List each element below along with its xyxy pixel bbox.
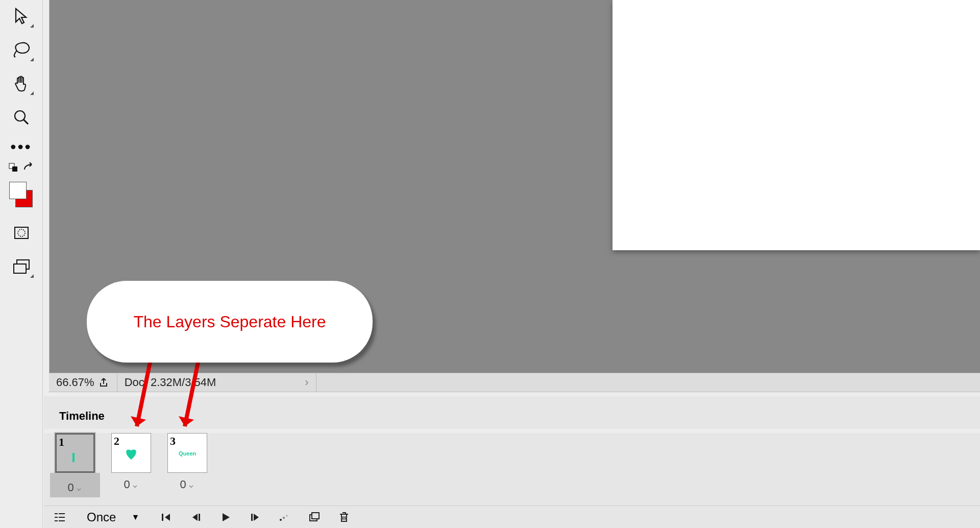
loop-mode-label: Once bbox=[87, 510, 116, 524]
svg-rect-15 bbox=[251, 514, 253, 521]
frame-content-icon bbox=[57, 435, 93, 471]
svg-line-22 bbox=[137, 357, 151, 426]
prev-frame-icon bbox=[190, 512, 202, 523]
lasso-tool[interactable] bbox=[7, 37, 36, 63]
play-icon bbox=[220, 512, 231, 523]
svg-rect-21 bbox=[312, 513, 319, 519]
magnifier-icon bbox=[13, 109, 30, 126]
color-swatches[interactable] bbox=[7, 181, 36, 209]
svg-marker-11 bbox=[165, 514, 170, 521]
list-icon bbox=[54, 512, 66, 523]
svg-point-5 bbox=[18, 229, 25, 236]
timeline-tab[interactable]: Timeline bbox=[51, 406, 113, 426]
artboard[interactable] bbox=[612, 0, 980, 250]
svg-rect-10 bbox=[162, 514, 163, 521]
screen-mode-tool[interactable] bbox=[7, 253, 36, 280]
svg-marker-14 bbox=[223, 513, 230, 521]
frame-duration[interactable]: 0⌄ bbox=[111, 478, 151, 491]
svg-point-17 bbox=[280, 519, 282, 521]
first-frame-button[interactable] bbox=[159, 510, 174, 525]
screen-mode-icon bbox=[13, 259, 30, 274]
zoom-tool[interactable] bbox=[7, 104, 36, 131]
frame-duration[interactable]: 0⌄ bbox=[167, 478, 207, 491]
tween-button[interactable] bbox=[277, 510, 292, 525]
quick-mask-icon bbox=[14, 226, 29, 239]
ellipsis-icon: ••• bbox=[10, 144, 32, 149]
quick-mask-tool[interactable] bbox=[7, 220, 36, 246]
timeline-frame-1[interactable]: 1 0⌄ bbox=[50, 433, 100, 497]
chevron-down-icon: ⌄ bbox=[75, 482, 83, 493]
default-colors-icon[interactable] bbox=[8, 162, 19, 174]
next-frame-icon bbox=[250, 512, 261, 523]
annotation-callout: The Layers Seperate Here bbox=[87, 281, 373, 363]
svg-text:Queen: Queen bbox=[179, 450, 197, 457]
svg-line-24 bbox=[185, 357, 199, 426]
svg-rect-7 bbox=[14, 264, 26, 273]
duplicate-icon bbox=[308, 512, 321, 523]
swap-colors-row bbox=[6, 162, 37, 174]
timeline-tab-label: Timeline bbox=[59, 410, 105, 422]
svg-rect-3 bbox=[12, 166, 17, 172]
chevron-right-icon: › bbox=[305, 376, 308, 389]
timeline-options-button[interactable] bbox=[52, 510, 67, 525]
move-tool[interactable] bbox=[7, 3, 36, 30]
svg-rect-13 bbox=[199, 514, 200, 521]
svg-marker-16 bbox=[254, 514, 259, 521]
lasso-icon bbox=[11, 41, 32, 59]
chevron-down-icon: ⌄ bbox=[131, 479, 139, 490]
tween-icon bbox=[278, 512, 291, 523]
more-tools[interactable]: ••• bbox=[7, 138, 36, 155]
loop-mode-select[interactable]: Once ▼ bbox=[87, 510, 139, 524]
trash-icon bbox=[338, 511, 350, 523]
cursor-icon bbox=[14, 8, 29, 25]
timeline-playback-bar: Once ▼ bbox=[44, 506, 980, 528]
svg-rect-8 bbox=[72, 453, 75, 462]
swap-colors-icon[interactable] bbox=[22, 162, 35, 174]
first-frame-icon bbox=[161, 512, 172, 523]
play-button[interactable] bbox=[218, 510, 233, 525]
prev-frame-button[interactable] bbox=[188, 510, 204, 525]
delete-frame-button[interactable] bbox=[336, 510, 352, 525]
svg-point-19 bbox=[286, 515, 288, 517]
annotation-text: The Layers Seperate Here bbox=[133, 313, 326, 331]
frame-thumbnail[interactable]: 1 bbox=[55, 433, 95, 473]
svg-point-18 bbox=[283, 517, 285, 519]
zoom-value: 66.67% bbox=[56, 376, 94, 389]
annotation-arrow-1 bbox=[131, 357, 161, 444]
hand-icon bbox=[12, 75, 31, 93]
svg-line-1 bbox=[23, 119, 28, 124]
zoom-level[interactable]: 66.67% bbox=[49, 373, 117, 392]
tools-toolbar: ••• bbox=[0, 0, 43, 528]
next-frame-button[interactable] bbox=[248, 510, 263, 525]
duplicate-frame-button[interactable] bbox=[307, 510, 322, 525]
hand-tool[interactable] bbox=[7, 70, 36, 97]
foreground-color-swatch[interactable] bbox=[9, 182, 27, 199]
chevron-down-icon: ⌄ bbox=[187, 479, 195, 490]
share-icon[interactable] bbox=[99, 377, 110, 388]
svg-marker-12 bbox=[192, 514, 198, 521]
frame-duration[interactable]: 0⌄ bbox=[55, 481, 95, 494]
annotation-arrow-2 bbox=[179, 357, 209, 444]
dropdown-triangle-icon: ▼ bbox=[131, 513, 139, 522]
